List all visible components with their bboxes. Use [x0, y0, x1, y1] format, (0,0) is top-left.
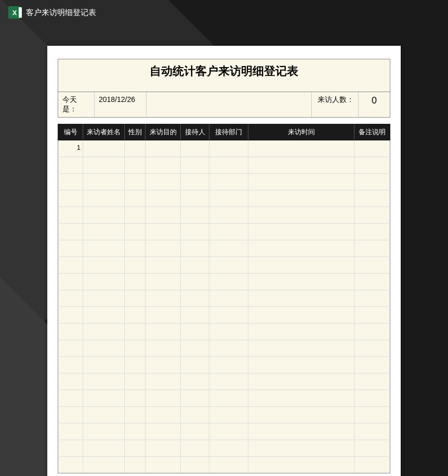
cell-receiver — [181, 390, 209, 406]
cell-note — [354, 174, 390, 190]
cell-receiver — [181, 423, 209, 440]
cell-receiver — [181, 174, 209, 190]
cell-receiver — [181, 224, 209, 240]
col-header-purpose: 来访目的 — [146, 124, 181, 140]
cell-purpose — [146, 374, 181, 390]
col-header-name: 来访者姓名 — [83, 124, 125, 140]
cell-gender — [125, 423, 146, 440]
cell-dept — [209, 423, 248, 440]
cell-receiver — [181, 324, 209, 340]
cell-dept — [209, 340, 248, 356]
cell-note — [354, 407, 390, 423]
cell-note — [354, 390, 390, 406]
table-row — [58, 307, 390, 324]
cell-name — [83, 207, 125, 223]
cell-gender — [125, 374, 146, 390]
cell-gender — [125, 257, 146, 273]
cell-num — [58, 440, 83, 456]
cell-purpose — [146, 224, 181, 240]
cell-dept — [209, 174, 248, 190]
cell-time — [248, 290, 354, 306]
table-row — [58, 190, 390, 207]
cell-purpose — [146, 240, 181, 256]
cell-time — [248, 157, 354, 173]
cell-dept — [209, 390, 248, 406]
cell-num — [58, 340, 83, 356]
cell-name — [83, 240, 125, 256]
cell-name — [83, 407, 125, 423]
cell-num: 1 — [58, 140, 83, 157]
col-header-note: 备注说明 — [354, 124, 390, 140]
cell-dept — [209, 374, 248, 390]
cell-gender — [125, 140, 146, 157]
cell-note — [354, 207, 390, 223]
cell-num — [58, 307, 83, 323]
cell-num — [58, 290, 83, 306]
cell-purpose — [146, 140, 181, 157]
cell-note — [354, 324, 390, 340]
table-row: 1 — [58, 140, 390, 157]
file-title: 客户来访明细登记表 — [26, 8, 96, 18]
cell-receiver — [181, 140, 209, 157]
cell-receiver — [181, 440, 209, 456]
cell-name — [83, 374, 125, 390]
cell-receiver — [181, 340, 209, 356]
cell-time — [248, 274, 354, 290]
cell-name — [83, 290, 125, 306]
cell-dept — [209, 324, 248, 340]
cell-time — [248, 207, 354, 223]
cell-num — [58, 423, 83, 440]
cell-note — [354, 190, 390, 207]
visitor-count: 0 — [359, 92, 390, 117]
cell-time — [248, 440, 354, 456]
cell-purpose — [146, 407, 181, 423]
cell-num — [58, 240, 83, 256]
excel-icon — [8, 6, 21, 19]
table-row — [58, 340, 390, 357]
cell-receiver — [181, 274, 209, 290]
cell-name — [83, 174, 125, 190]
table-row — [58, 324, 390, 340]
cell-gender — [125, 290, 146, 306]
cell-note — [354, 224, 390, 240]
cell-receiver — [181, 157, 209, 173]
cell-dept — [209, 307, 248, 323]
cell-time — [248, 357, 354, 373]
cell-name — [83, 390, 125, 406]
cell-name — [83, 257, 125, 273]
cell-dept — [209, 257, 248, 273]
cell-time — [248, 324, 354, 340]
cell-num — [58, 357, 83, 373]
cell-dept — [209, 207, 248, 223]
cell-dept — [209, 190, 248, 207]
cell-gender — [125, 440, 146, 456]
cell-gender — [125, 174, 146, 190]
cell-note — [354, 340, 390, 356]
table-row — [58, 407, 390, 423]
info-row: 今天是： 2018/12/26 来访人数： 0 — [58, 92, 390, 118]
col-header-receiver: 接待人 — [181, 124, 209, 140]
visitor-count-label: 来访人数： — [312, 92, 359, 117]
cell-time — [248, 224, 354, 240]
table-row — [58, 174, 390, 190]
cell-gender — [125, 224, 146, 240]
cell-receiver — [181, 374, 209, 390]
cell-purpose — [146, 307, 181, 323]
table-row — [58, 207, 390, 224]
cell-dept — [209, 224, 248, 240]
cell-num — [58, 374, 83, 390]
cell-receiver — [181, 457, 209, 473]
cell-purpose — [146, 423, 181, 440]
cell-time — [248, 407, 354, 423]
table-row — [58, 157, 390, 174]
cell-purpose — [146, 157, 181, 173]
cell-note — [354, 374, 390, 390]
cell-name — [83, 307, 125, 323]
cell-note — [354, 257, 390, 273]
cell-time — [248, 307, 354, 323]
cell-num — [58, 207, 83, 223]
cell-dept — [209, 440, 248, 456]
cell-purpose — [146, 274, 181, 290]
cell-note — [354, 307, 390, 323]
cell-name — [83, 190, 125, 207]
